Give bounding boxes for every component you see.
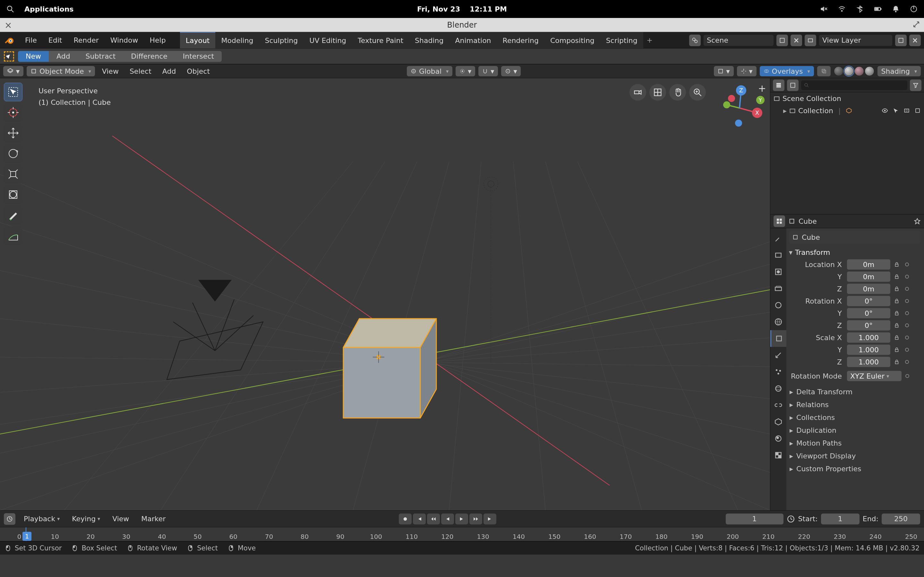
lock-icon[interactable] — [892, 284, 901, 294]
workspace-tab-uv-editing[interactable]: UV Editing — [304, 32, 352, 48]
shading-rendered[interactable] — [865, 66, 874, 76]
properties-editor-type-dropdown[interactable] — [774, 215, 785, 227]
outliner-collection-row[interactable]: ▸ Collection | — [771, 105, 924, 117]
jump-prev-key[interactable] — [427, 514, 440, 524]
timeline-menu-marker[interactable]: Marker — [137, 515, 170, 523]
shading-dropdown[interactable]: Shading — [877, 66, 921, 76]
panel-relations[interactable]: Relations — [789, 398, 920, 411]
panel-custom-properties[interactable]: Custom Properties — [789, 462, 920, 475]
active-tool-icon[interactable] — [4, 51, 14, 61]
ptab-output[interactable] — [771, 263, 787, 280]
view3d-menu-object[interactable]: Object — [183, 67, 214, 75]
view3d-menu-add[interactable]: Add — [158, 67, 180, 75]
menu-render[interactable]: Render — [68, 32, 104, 48]
scene-delete-button[interactable] — [790, 35, 802, 46]
tool-rotate[interactable] — [4, 144, 23, 163]
workspace-tab-animation[interactable]: Animation — [449, 32, 497, 48]
view3d-menu-view[interactable]: View — [98, 67, 123, 75]
playhead[interactable]: 1 — [23, 532, 31, 541]
view3d-menu-select[interactable]: Select — [126, 67, 155, 75]
ptab-object[interactable] — [771, 330, 787, 347]
transform-value-field[interactable]: 1.000 — [847, 357, 890, 367]
view-layer-field[interactable]: View Layer — [819, 35, 893, 46]
workspace-tab-compositing[interactable]: Compositing — [544, 32, 600, 48]
menu-edit[interactable]: Edit — [43, 32, 68, 48]
outliner-tree[interactable]: Scene Collection ▸ Collection | — [771, 92, 924, 214]
lock-icon[interactable] — [892, 320, 901, 330]
gizmo-dropdown[interactable]: ▾ — [737, 66, 756, 76]
timeline-editor-type-dropdown[interactable] — [4, 513, 15, 525]
animate-dot[interactable] — [905, 348, 909, 351]
workspace-tab-shading[interactable]: Shading — [409, 32, 449, 48]
panel-viewport-display[interactable]: Viewport Display — [789, 450, 920, 462]
eye-icon[interactable] — [882, 107, 888, 114]
ptab-tool[interactable] — [771, 230, 787, 247]
workspace-tab-layout[interactable]: Layout — [180, 32, 216, 48]
tool-transform[interactable] — [4, 185, 23, 204]
animate-dot[interactable] — [905, 335, 909, 340]
overlays-dropdown[interactable]: Overlays — [760, 66, 814, 76]
nav-axis-gizmo[interactable]: X Y Z — [716, 84, 764, 132]
add-workspace-button[interactable]: + — [643, 36, 656, 44]
tool-move[interactable] — [4, 124, 23, 142]
volume-muted-icon[interactable] — [820, 5, 828, 13]
animate-dot[interactable] — [905, 263, 909, 266]
workspace-tab-modeling[interactable]: Modeling — [215, 32, 259, 48]
holdout-icon[interactable] — [914, 107, 921, 114]
jump-to-start[interactable] — [413, 514, 426, 524]
nav-zoom-icon[interactable] — [689, 84, 706, 101]
cursor-icon[interactable] — [893, 107, 899, 114]
rotation-mode-dropdown[interactable]: XYZ Euler — [847, 371, 901, 381]
frame-end-field[interactable]: 250 — [882, 514, 920, 524]
animate-dot[interactable] — [905, 299, 909, 303]
selmode-subtract[interactable]: Subtract — [78, 51, 124, 62]
lock-icon[interactable] — [892, 345, 901, 355]
animate-dot[interactable] — [905, 275, 909, 279]
menu-file[interactable]: File — [19, 32, 43, 48]
bluetooth-icon[interactable] — [856, 5, 864, 13]
ptab-physics[interactable] — [771, 380, 787, 397]
timeline-menu-playback[interactable]: Playback — [20, 515, 63, 523]
ptab-particles[interactable] — [771, 364, 787, 380]
power-icon[interactable] — [910, 5, 918, 13]
nav-view-camera-icon[interactable] — [630, 84, 646, 101]
workspace-tab-sculpting[interactable]: Sculpting — [259, 32, 304, 48]
xray-toggle[interactable] — [817, 66, 830, 76]
ptab-modifiers[interactable] — [771, 347, 787, 364]
panel-collections[interactable]: Collections — [789, 411, 920, 424]
object-name-field[interactable]: Cube — [789, 231, 920, 243]
lock-icon[interactable] — [892, 259, 901, 269]
outliner-filter-button[interactable] — [910, 79, 921, 91]
wifi-icon[interactable] — [838, 5, 846, 13]
frame-start-field[interactable]: 1 — [821, 514, 859, 524]
workspace-tab-rendering[interactable]: Rendering — [497, 32, 544, 48]
orientation-dropdown[interactable]: Global — [407, 66, 452, 76]
ptab-world[interactable] — [771, 314, 787, 330]
lock-icon[interactable] — [892, 308, 901, 318]
nav-view-grid-icon[interactable] — [649, 84, 666, 101]
animate-dot[interactable] — [905, 324, 909, 327]
blender-logo-icon[interactable] — [4, 35, 15, 46]
transform-value-field[interactable]: 0m — [847, 259, 890, 269]
workspace-tab-texture-paint[interactable]: Texture Paint — [352, 32, 409, 48]
timeline-ruler[interactable]: 1 01020304050607080901001101201301401501… — [0, 527, 924, 541]
outliner-editor-type-dropdown[interactable] — [773, 79, 784, 91]
animate-dot[interactable] — [905, 311, 909, 315]
tool-measure[interactable] — [4, 226, 23, 245]
ptab-material[interactable] — [771, 430, 787, 447]
pin-icon[interactable] — [914, 218, 921, 225]
animate-dot[interactable] — [905, 360, 909, 364]
panel-motion-paths[interactable]: Motion Paths — [789, 437, 920, 450]
scene-new-button[interactable] — [776, 35, 788, 46]
animate-dot[interactable] — [905, 287, 909, 291]
menu-window[interactable]: Window — [105, 32, 144, 48]
tool-annotate[interactable] — [4, 206, 23, 224]
timeline-menu-view[interactable]: View — [108, 515, 133, 523]
lock-icon[interactable] — [892, 332, 901, 343]
lock-icon[interactable] — [892, 357, 901, 367]
window-minimize-icon[interactable] — [913, 21, 919, 27]
jump-next-key[interactable] — [469, 514, 482, 524]
transform-value-field[interactable]: 0° — [847, 320, 890, 330]
jump-to-end[interactable] — [483, 514, 496, 524]
panel-duplication[interactable]: Duplication — [789, 424, 920, 437]
